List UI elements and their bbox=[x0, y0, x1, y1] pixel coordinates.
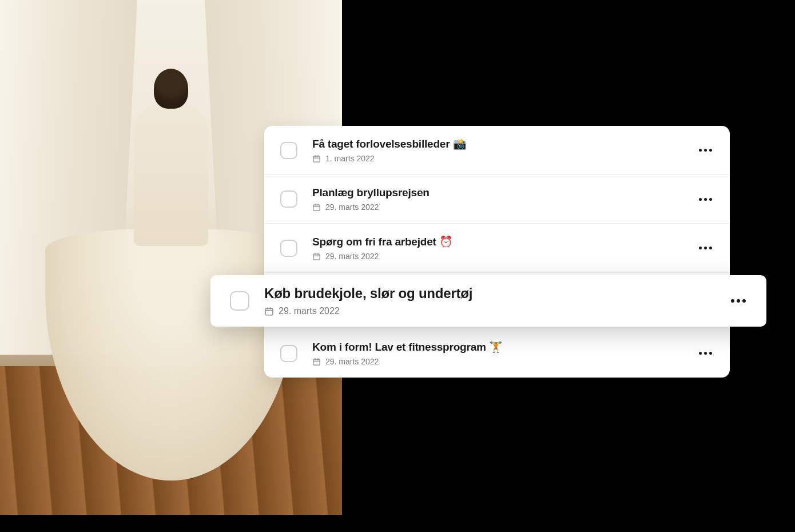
svg-rect-0 bbox=[313, 156, 320, 162]
task-title: Kom i form! Lav et fitnessprogram 🏋️ bbox=[312, 340, 697, 354]
task-date-text: 1. marts 2022 bbox=[325, 154, 375, 163]
task-checkbox[interactable] bbox=[280, 240, 297, 257]
task-checkbox[interactable] bbox=[280, 345, 297, 362]
task-item[interactable]: Få taget forlovelsesbilleder 📸 1. marts … bbox=[264, 126, 730, 175]
svg-rect-4 bbox=[313, 205, 320, 211]
task-content: Kom i form! Lav et fitnessprogram 🏋️ 29.… bbox=[312, 340, 697, 366]
more-button[interactable] bbox=[697, 190, 714, 208]
task-checkbox[interactable] bbox=[230, 291, 249, 311]
task-content: Spørg om fri fra arbejdet ⏰ 29. marts 20… bbox=[312, 235, 697, 261]
more-icon bbox=[699, 149, 712, 152]
task-title: Få taget forlovelsesbilleder 📸 bbox=[312, 137, 697, 150]
task-date: 29. marts 2022 bbox=[312, 357, 697, 366]
task-item[interactable]: Kom i form! Lav et fitnessprogram 🏋️ 29.… bbox=[264, 329, 730, 378]
task-content: Få taget forlovelsesbilleder 📸 1. marts … bbox=[312, 137, 697, 163]
more-button[interactable] bbox=[697, 345, 714, 362]
task-date: 1. marts 2022 bbox=[312, 154, 697, 163]
task-content: Køb brudekjole, slør og undertøj 29. mar… bbox=[264, 285, 730, 316]
svg-rect-16 bbox=[313, 359, 320, 365]
task-list: Få taget forlovelsesbilleder 📸 1. marts … bbox=[264, 126, 730, 378]
svg-rect-12 bbox=[265, 308, 273, 315]
more-icon bbox=[699, 247, 712, 249]
task-date-text: 29. marts 2022 bbox=[325, 203, 379, 212]
more-icon bbox=[699, 352, 712, 355]
more-icon bbox=[699, 198, 712, 201]
photo-subject-bride bbox=[97, 69, 245, 481]
calendar-icon bbox=[312, 252, 321, 261]
calendar-icon bbox=[312, 203, 321, 212]
task-checkbox[interactable] bbox=[280, 142, 297, 159]
task-checkbox[interactable] bbox=[280, 190, 297, 208]
calendar-icon bbox=[312, 154, 321, 163]
task-date-text: 29. marts 2022 bbox=[325, 357, 379, 366]
task-title: Planlæg bryllupsrejsen bbox=[312, 186, 697, 199]
calendar-icon bbox=[264, 307, 274, 316]
task-content: Planlæg bryllupsrejsen 29. marts 2022 bbox=[312, 186, 697, 212]
task-item[interactable]: Spørg om fri fra arbejdet ⏰ 29. marts 20… bbox=[264, 224, 730, 273]
task-date-text: 29. marts 2022 bbox=[325, 252, 379, 261]
task-item[interactable]: Planlæg bryllupsrejsen 29. marts 2022 bbox=[264, 175, 730, 224]
more-button[interactable] bbox=[697, 142, 714, 159]
task-title: Spørg om fri fra arbejdet ⏰ bbox=[312, 235, 697, 248]
task-title: Køb brudekjole, slør og undertøj bbox=[264, 285, 730, 301]
calendar-icon bbox=[312, 358, 321, 366]
svg-rect-8 bbox=[313, 254, 320, 260]
task-date: 29. marts 2022 bbox=[264, 306, 730, 316]
task-date: 29. marts 2022 bbox=[312, 203, 697, 212]
more-button[interactable] bbox=[730, 292, 747, 309]
task-date-text: 29. marts 2022 bbox=[279, 306, 340, 316]
task-date: 29. marts 2022 bbox=[312, 252, 697, 261]
task-item-highlighted[interactable]: Køb brudekjole, slør og undertøj 29. mar… bbox=[210, 275, 766, 327]
more-button[interactable] bbox=[697, 240, 714, 257]
more-icon bbox=[731, 299, 746, 303]
